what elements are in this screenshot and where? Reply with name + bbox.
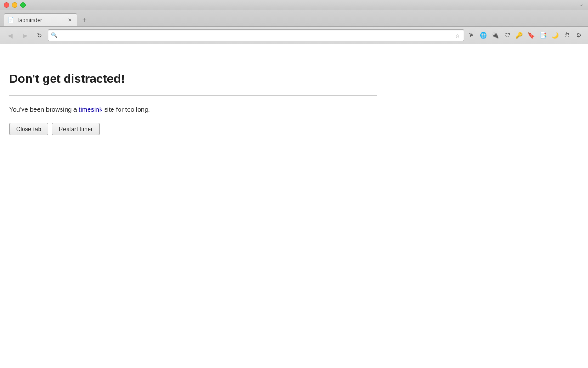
ext-clock-icon[interactable]: ⏱ bbox=[561, 30, 572, 41]
tab-favicon-icon: 📄 bbox=[8, 17, 14, 23]
close-window-button[interactable] bbox=[4, 2, 9, 8]
ext-globe-icon[interactable]: 🌐 bbox=[478, 30, 489, 41]
window-controls bbox=[4, 2, 26, 8]
maximize-window-button[interactable] bbox=[20, 2, 26, 8]
toolbar: ◀ ▶ ↻ 🔍 ☆ 🖱 🌐 🔌 🛡 🔑 🔖 📑 🌙 ⏱ ⚙ bbox=[0, 27, 588, 44]
active-tab[interactable]: 📄 Tabminder ✕ bbox=[4, 13, 77, 26]
notification-suffix: site for too long. bbox=[102, 106, 150, 113]
ext-key-icon[interactable]: 🔑 bbox=[514, 30, 525, 41]
address-bar-icon: 🔍 bbox=[51, 32, 57, 38]
notification-prefix: You've been browsing a bbox=[9, 106, 79, 113]
ext-bookmark-icon[interactable]: 🔖 bbox=[526, 30, 537, 41]
ext-settings-icon[interactable]: ⚙ bbox=[573, 30, 584, 41]
ext-layers-icon[interactable]: 📑 bbox=[537, 30, 548, 41]
new-tab-button[interactable]: ＋ bbox=[79, 14, 90, 25]
forward-button[interactable]: ▶ bbox=[18, 29, 31, 42]
bookmark-star-icon[interactable]: ☆ bbox=[455, 32, 461, 39]
restart-timer-button[interactable]: Restart timer bbox=[52, 123, 100, 135]
back-button[interactable]: ◀ bbox=[4, 29, 17, 42]
ext-cursor-icon[interactable]: 🖱 bbox=[466, 30, 477, 41]
address-bar[interactable]: 🔍 ☆ bbox=[48, 29, 464, 41]
timesink-link[interactable]: timesink bbox=[79, 106, 102, 113]
ext-puzzle-icon[interactable]: 🔌 bbox=[490, 30, 501, 41]
close-tab-button[interactable]: Close tab bbox=[9, 123, 48, 135]
tab-bar: 📄 Tabminder ✕ ＋ bbox=[0, 10, 588, 27]
reload-button[interactable]: ↻ bbox=[33, 29, 46, 42]
resize-icon: ⤢ bbox=[579, 2, 584, 8]
minimize-window-button[interactable] bbox=[12, 2, 17, 8]
page-inner: Don't get distracted! You've been browsi… bbox=[9, 53, 377, 135]
title-bar: ⤢ bbox=[0, 0, 588, 10]
page-content: Don't get distracted! You've been browsi… bbox=[0, 44, 588, 368]
ext-moon-icon[interactable]: 🌙 bbox=[549, 30, 560, 41]
ext-shield-icon[interactable]: 🛡 bbox=[502, 30, 513, 41]
button-row: Close tab Restart timer bbox=[9, 123, 377, 135]
divider bbox=[9, 95, 377, 96]
address-bar-input[interactable] bbox=[59, 32, 455, 39]
notification-text: You've been browsing a timesink site for… bbox=[9, 105, 377, 115]
tab-close-button[interactable]: ✕ bbox=[67, 17, 73, 23]
tab-title-label: Tabminder bbox=[17, 17, 64, 23]
browser-window: ⤢ 📄 Tabminder ✕ ＋ ◀ ▶ ↻ 🔍 ☆ 🖱 🌐 🔌 🛡 🔑 🔖 … bbox=[0, 0, 588, 368]
page-heading: Don't get distracted! bbox=[9, 72, 377, 86]
extensions-area: 🖱 🌐 🔌 🛡 🔑 🔖 📑 🌙 ⏱ ⚙ bbox=[466, 30, 584, 41]
